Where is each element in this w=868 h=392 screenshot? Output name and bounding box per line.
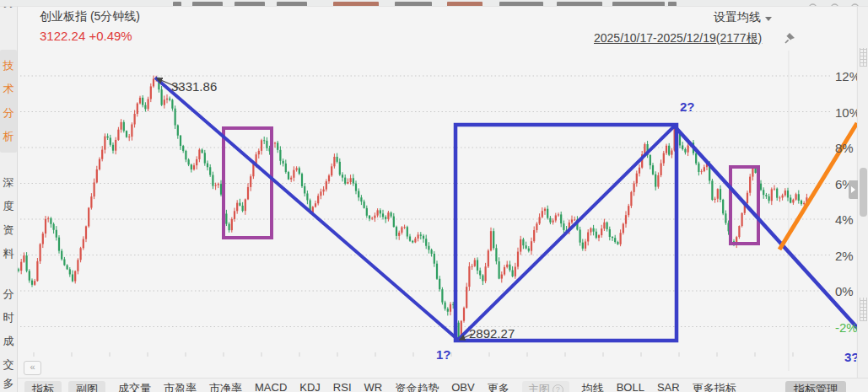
toolbar-item-rsi[interactable]: RSI — [333, 381, 352, 392]
menu-item-fragment[interactable] — [612, 2, 665, 7]
menu-item-fragment[interactable] — [192, 2, 223, 7]
sidebar-item-multi-period[interactable]: 多周期 — [0, 372, 17, 392]
menu-item-fragment[interactable] — [277, 2, 307, 7]
ma-settings-label: 设置均线 — [714, 10, 761, 25]
date-range-link[interactable]: 2025/10/17-2025/12/19(2177根) — [594, 31, 762, 46]
toolbar-item-boll[interactable]: BOLL — [617, 381, 644, 392]
toolbar-item-pe-ratio[interactable]: 市盈率 — [164, 381, 197, 392]
left-sidebar: 势技术分析深度资料分时成交多周期 — [0, 6, 18, 392]
stock-charting-app: { "header": { "instrument": "创业板指 (5分钟线)… — [0, 0, 868, 392]
collapse-axis-tab[interactable] — [849, 180, 858, 199]
sidebar-char: 资 — [3, 218, 14, 242]
toolbar-item-label: RSI — [333, 381, 352, 392]
toolbar-item-label: 市净率 — [209, 381, 242, 392]
edit-icon[interactable] — [830, 0, 839, 6]
scrollbar-thumb[interactable] — [860, 168, 867, 217]
toolbar-item-sub-chart[interactable]: 副图 — [68, 381, 105, 392]
sidebar-item-tech-analysis[interactable]: 技术分析 — [0, 50, 17, 153]
toolbar-item-sar[interactable]: SAR — [657, 381, 680, 392]
toolbar-item-fund-trend[interactable]: 资金趋势 — [395, 381, 439, 392]
menu-item-fragment[interactable] — [668, 2, 677, 7]
sidebar-char: 析 — [3, 125, 14, 148]
chevron-down-icon — [765, 17, 772, 21]
menu-item-fragment[interactable] — [447, 2, 483, 7]
sidebar-char: 分 — [3, 282, 14, 306]
vertical-scrollbar[interactable] — [857, 6, 868, 378]
sidebar-char: 成 — [3, 330, 14, 353]
downtrend-line-1[interactable] — [155, 78, 458, 340]
toolbar-item-kdj[interactable]: KDJ — [299, 381, 321, 392]
toolbar-item-indicator[interactable]: 指标 — [24, 381, 62, 392]
sidebar-char: 时 — [3, 306, 14, 330]
toolbar-item-label: OBV — [451, 381, 474, 392]
last-price: 3122.24 — [40, 29, 85, 43]
expand-icon[interactable] — [850, 0, 860, 6]
toolbar-item-main-chart[interactable]: 主图? — [522, 381, 569, 392]
toolbar-item-label: 资金趋势 — [395, 381, 439, 392]
sidebar-item-depth-info[interactable]: 深度资料 — [0, 171, 17, 266]
scroll-grip-top[interactable] — [860, 48, 867, 67]
toolbar-item-label: 更多 — [488, 381, 509, 392]
toolbar-item-wr[interactable]: WR — [364, 381, 383, 392]
trough-price-label: 2892.27 — [469, 326, 515, 341]
toolbar-item-label: SAR — [657, 381, 680, 392]
sidebar-item-time-sales[interactable]: 分时成交 — [0, 282, 17, 377]
peak-price-label: 3331.86 — [171, 79, 217, 94]
menu-item-fragment[interactable] — [333, 2, 379, 7]
collapse-panel-button[interactable]: « — [24, 361, 41, 375]
sidebar-char: 分 — [3, 101, 14, 125]
wave-2-label: 2? — [680, 99, 695, 114]
change-percent: +0.49% — [89, 29, 132, 43]
instrument-title: 创业板指 (5分钟线) — [40, 9, 140, 24]
toolbar-item-obv[interactable]: OBV — [451, 381, 474, 392]
sidebar-char: 深 — [3, 171, 14, 195]
toolbar-item-pb-ratio[interactable]: 市净率 — [209, 381, 242, 392]
indicator-manage-button[interactable]: 指标管理 — [785, 381, 846, 392]
menu-item-fragment[interactable] — [499, 2, 543, 7]
menu-item-fragment[interactable] — [173, 2, 181, 7]
toolbar-item-ma[interactable]: 均线 — [582, 381, 604, 392]
help-icon[interactable]: ? — [553, 384, 563, 392]
menu-item-fragment[interactable] — [235, 2, 265, 7]
sidebar-char: 技 — [3, 54, 14, 78]
downtrend-line-2[interactable] — [674, 126, 868, 352]
toolbar-item-volume[interactable]: 成交量 — [118, 381, 151, 392]
candlestick-chart[interactable] — [0, 0, 868, 378]
toolbar-item-label: 均线 — [582, 381, 604, 392]
menu-item-fragment[interactable] — [557, 2, 602, 7]
toolbar-item-more-indicators[interactable]: 更多指标 — [693, 381, 736, 392]
toolbar-item-macd[interactable]: MACD — [255, 381, 287, 392]
sidebar-char: 料 — [3, 242, 14, 266]
toolbar-item-label: 成交量 — [118, 381, 151, 392]
wave-1-label: 1? — [436, 347, 451, 362]
toolbar-item-label: MACD — [255, 381, 287, 392]
price-change-readout: 3122.24 +0.49% — [40, 29, 132, 43]
ma-settings-dropdown[interactable]: 设置均线 — [714, 10, 772, 25]
toolbar-item-label: WR — [364, 381, 383, 392]
sidebar-char: 多 — [3, 372, 14, 392]
refresh-icon[interactable] — [808, 0, 817, 6]
toolbar-item-label: 市盈率 — [164, 381, 197, 392]
toolbar-item-label: 主图 — [528, 382, 550, 392]
sidebar-char: 度 — [3, 195, 14, 218]
toolbar-item-label: 副图 — [76, 382, 98, 392]
top-menu-strip-clipped — [0, 0, 868, 7]
toolbar-item-label: 更多指标 — [693, 381, 736, 392]
toolbar-item-label: BOLL — [617, 381, 644, 392]
toolbar-item-label: KDJ — [299, 381, 321, 392]
scroll-grip-bottom[interactable] — [860, 298, 867, 321]
pin-icon[interactable] — [784, 32, 796, 48]
toolbar-item-label: 指标 — [32, 382, 54, 392]
menu-item-fragment[interactable] — [395, 2, 432, 7]
toolbar-item-more[interactable]: 更多 — [488, 381, 509, 392]
sidebar-char: 术 — [3, 78, 14, 101]
indicator-toolbar: 指标副图成交量市盈率市净率MACDKDJRSIWR资金趋势OBV更多主图?均线B… — [18, 378, 868, 392]
